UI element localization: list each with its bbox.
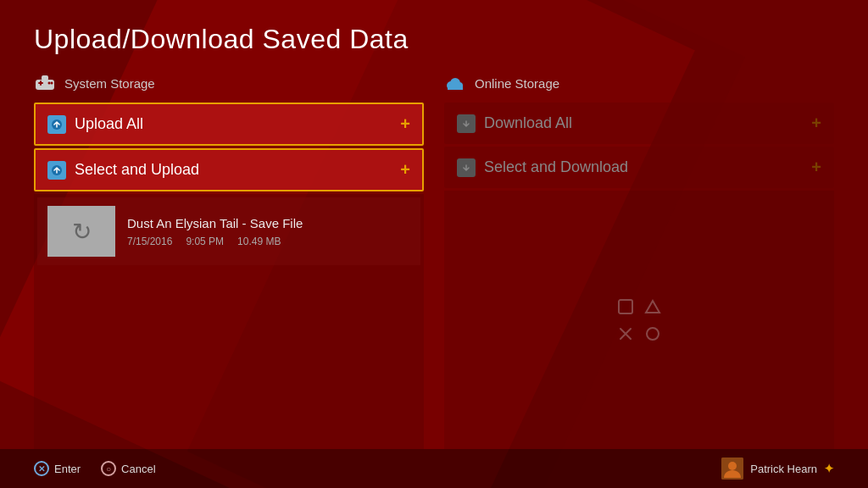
online-storage-label: Online Storage bbox=[475, 76, 559, 91]
svg-point-4 bbox=[48, 82, 51, 85]
svg-rect-11 bbox=[448, 85, 463, 90]
download-all-item[interactable]: Download All + bbox=[444, 103, 834, 144]
square-symbol bbox=[615, 297, 636, 317]
online-storage-icon bbox=[444, 72, 466, 94]
footer-right: Patrick Hearn ✦ bbox=[721, 458, 834, 480]
download-all-icon bbox=[457, 114, 476, 133]
svg-rect-14 bbox=[619, 300, 632, 313]
svg-rect-1 bbox=[42, 75, 48, 80]
page-title: Upload/Download Saved Data bbox=[0, 0, 868, 72]
online-storage-panel: Online Storage Download All + bbox=[444, 72, 834, 449]
enter-button-icon: ✕ bbox=[34, 461, 49, 476]
upload-all-left: Upload All bbox=[47, 115, 143, 134]
circle-symbol bbox=[643, 324, 663, 344]
save-file-item[interactable]: ↻ Dust An Elysian Tail - Save File 7/15/… bbox=[37, 197, 420, 265]
online-empty-state bbox=[444, 191, 834, 449]
download-all-label: Download All bbox=[484, 114, 572, 132]
save-file-time: 9:05 PM bbox=[186, 236, 224, 247]
save-file-list: ↻ Dust An Elysian Tail - Save File 7/15/… bbox=[34, 194, 424, 449]
upload-all-label: Upload All bbox=[75, 115, 143, 133]
select-download-icon bbox=[457, 158, 476, 177]
svg-rect-3 bbox=[40, 80, 42, 86]
select-download-label: Select and Download bbox=[484, 158, 628, 176]
enter-action: ✕ Enter bbox=[34, 461, 81, 476]
user-avatar bbox=[721, 458, 743, 480]
select-download-left: Select and Download bbox=[457, 158, 628, 177]
save-file-meta: 7/15/2016 9:05 PM 10.49 MB bbox=[127, 236, 410, 247]
select-upload-plus-icon: + bbox=[400, 160, 410, 180]
ps-symbols-decoration bbox=[615, 297, 663, 344]
cross-symbol bbox=[615, 324, 636, 344]
select-download-plus-icon: + bbox=[811, 158, 821, 177]
loading-icon: ↻ bbox=[72, 218, 92, 246]
footer: ✕ Enter ○ Cancel Patrick Hearn ✦ bbox=[0, 449, 868, 488]
ps-plus-badge: ✦ bbox=[824, 462, 834, 475]
select-download-item[interactable]: Select and Download + bbox=[444, 147, 834, 188]
select-upload-icon bbox=[47, 161, 66, 180]
svg-rect-0 bbox=[36, 80, 54, 90]
cancel-button-icon: ○ bbox=[101, 461, 116, 476]
upload-all-item[interactable]: Upload All + bbox=[34, 103, 424, 146]
save-file-size: 10.49 MB bbox=[237, 236, 281, 247]
username: Patrick Hearn bbox=[750, 463, 817, 475]
cancel-action: ○ Cancel bbox=[101, 461, 155, 476]
system-storage-panel: System Storage Upload All + bbox=[34, 72, 424, 449]
svg-point-5 bbox=[51, 82, 53, 85]
save-file-name: Dust An Elysian Tail - Save File bbox=[127, 216, 410, 230]
system-storage-icon bbox=[34, 72, 56, 94]
select-upload-item[interactable]: Select and Upload + bbox=[34, 148, 424, 191]
online-storage-header: Online Storage bbox=[444, 72, 834, 94]
cancel-label: Cancel bbox=[121, 463, 155, 475]
download-all-plus-icon: + bbox=[811, 114, 821, 133]
save-file-info: Dust An Elysian Tail - Save File 7/15/20… bbox=[127, 216, 410, 247]
system-storage-header: System Storage bbox=[34, 72, 424, 94]
system-storage-label: System Storage bbox=[64, 76, 155, 91]
select-upload-label: Select and Upload bbox=[75, 161, 199, 179]
select-upload-left: Select and Upload bbox=[47, 161, 199, 180]
upload-all-plus-icon: + bbox=[400, 114, 410, 134]
svg-point-17 bbox=[728, 462, 737, 470]
footer-left: ✕ Enter ○ Cancel bbox=[34, 461, 156, 476]
save-file-thumbnail: ↻ bbox=[47, 206, 115, 257]
upload-all-icon bbox=[47, 115, 66, 134]
main-content: System Storage Upload All + bbox=[0, 72, 868, 449]
svg-point-15 bbox=[647, 328, 659, 340]
download-all-left: Download All bbox=[457, 114, 572, 133]
triangle-symbol bbox=[643, 297, 663, 317]
save-file-date: 7/15/2016 bbox=[127, 236, 172, 247]
enter-label: Enter bbox=[54, 463, 81, 475]
